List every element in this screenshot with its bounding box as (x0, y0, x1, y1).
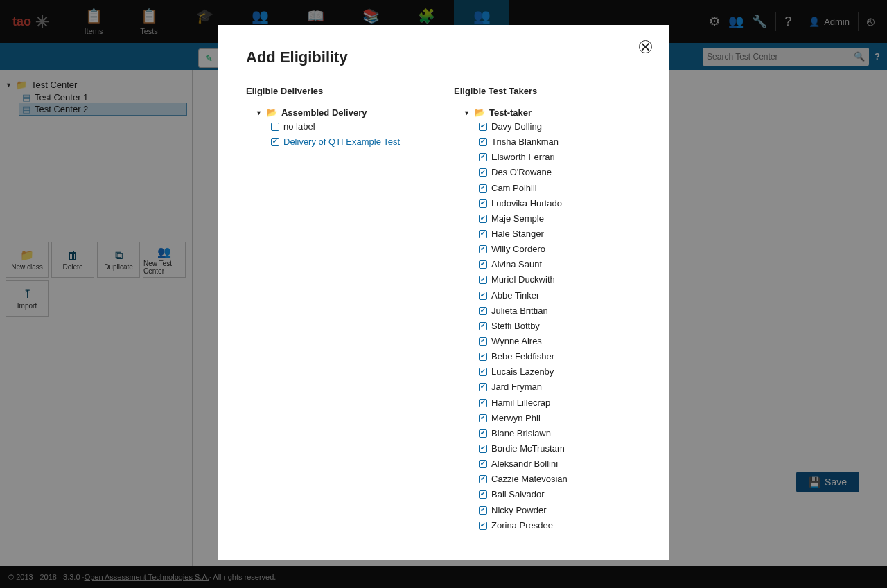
delivery-folder[interactable]: ▼ 📂 Assembled Delivery (256, 106, 433, 119)
checkbox[interactable] (479, 199, 487, 208)
testtaker-name: Lucais Lazenby (491, 365, 554, 379)
checkbox[interactable] (479, 276, 487, 284)
testtaker-item[interactable]: Alvina Saunt (454, 257, 637, 272)
testtaker-item[interactable]: Des O'Rowane (454, 165, 637, 180)
testtaker-item[interactable]: Merwyn Phil (454, 411, 637, 426)
testtaker-item[interactable]: Bebe Feldfisher (454, 349, 637, 364)
testtaker-item[interactable]: Abbe Tinker (454, 288, 637, 303)
checkbox[interactable] (479, 490, 487, 499)
checkbox[interactable] (479, 138, 487, 146)
testtaker-item[interactable]: Willy Cordero (454, 242, 637, 257)
testtaker-item[interactable]: Everett Lanceter (454, 533, 637, 535)
checkbox[interactable] (479, 153, 487, 161)
checkbox[interactable] (479, 215, 487, 223)
testtaker-item[interactable]: Nicky Powder (454, 503, 637, 518)
testtaker-name: Willy Cordero (491, 242, 545, 256)
testtaker-name: Bebe Feldfisher (491, 350, 554, 364)
checkbox[interactable] (479, 245, 487, 253)
testtaker-item[interactable]: Davy Dolling (454, 119, 637, 134)
testtaker-name: Everett Lanceter (491, 534, 557, 535)
testtaker-name: Trisha Blankman (491, 135, 559, 149)
testtaker-name: Wynne Aires (491, 335, 542, 348)
testtaker-item[interactable]: Muriel Duckwith (454, 272, 637, 287)
testtaker-name: Zorina Presdee (491, 519, 553, 533)
checkbox[interactable] (479, 475, 487, 483)
checkbox[interactable] (479, 307, 487, 315)
testtaker-item[interactable]: Ludovika Hurtado (454, 196, 637, 211)
delivery-folder-label: Assembled Delivery (281, 107, 367, 118)
checkbox[interactable] (479, 368, 487, 376)
testtaker-name: Hale Stanger (491, 227, 544, 241)
testtaker-name: Ludovika Hurtado (491, 197, 562, 211)
checkbox[interactable] (271, 123, 279, 131)
checkbox[interactable] (479, 337, 487, 346)
testtaker-item[interactable]: Aleksandr Bollini (454, 456, 637, 472)
testtaker-item[interactable]: Trisha Blankman (454, 134, 637, 150)
deliveries-column: Eligible Deliveries ▼ 📂 Assembled Delive… (246, 86, 433, 535)
testtaker-item[interactable]: Bordie McTrustam (454, 441, 637, 456)
checkbox[interactable] (271, 138, 279, 146)
testtaker-item[interactable]: Hamil Lillecrap (454, 395, 637, 411)
testtaker-name: Cazzie Matevosian (491, 472, 568, 486)
modal-title: Add Eligibility (246, 48, 641, 66)
testtaker-name: Aleksandr Bollini (491, 457, 558, 471)
checkbox[interactable] (479, 383, 487, 391)
testtaker-folder-label: Test-taker (489, 107, 532, 118)
testtaker-item[interactable]: Wynne Aires (454, 334, 637, 349)
testtaker-name: Hamil Lillecrap (491, 396, 550, 410)
add-eligibility-modal: ✕ Add Eligibility Eligible Deliveries ▼ … (218, 25, 669, 560)
testtaker-item[interactable]: Cam Polhill (454, 181, 637, 196)
testtaker-item[interactable]: Maje Semple (454, 211, 637, 226)
checkbox[interactable] (479, 399, 487, 407)
testtaker-item[interactable]: Bail Salvador (454, 487, 637, 502)
checkbox[interactable] (479, 292, 487, 300)
checkbox[interactable] (479, 353, 487, 361)
testtaker-item[interactable]: Lucais Lazenby (454, 364, 637, 380)
checkbox[interactable] (479, 123, 487, 131)
testtaker-item[interactable]: Steffi Bottby (454, 319, 637, 334)
testtaker-name: Muriel Duckwith (491, 273, 555, 287)
close-icon[interactable]: ✕ (639, 40, 652, 53)
testtaker-name: Blane Brislawn (491, 427, 551, 440)
folder-icon: 📂 (266, 107, 277, 118)
testtakers-column: Eligible Test Takers ▼ 📂 Test-taker Davy… (454, 86, 641, 535)
delivery-item[interactable]: no label (246, 119, 433, 134)
checkbox[interactable] (479, 460, 487, 468)
testtaker-name: Cam Polhill (491, 181, 537, 195)
deliveries-heading: Eligible Deliveries (246, 86, 433, 96)
checkbox[interactable] (479, 429, 487, 438)
testtaker-item[interactable]: Jard Fryman (454, 380, 637, 395)
testtaker-name: Davy Dolling (491, 120, 542, 134)
delivery-item-label: no label (283, 120, 315, 134)
checkbox[interactable] (479, 445, 487, 453)
testtakers-heading: Eligible Test Takers (454, 86, 641, 96)
checkbox[interactable] (479, 414, 487, 422)
testtaker-name: Maje Semple (491, 212, 544, 226)
testtaker-item[interactable]: Cazzie Matevosian (454, 472, 637, 487)
checkbox[interactable] (479, 322, 487, 330)
testtaker-name: Bordie McTrustam (491, 442, 565, 456)
testtaker-item[interactable]: Zorina Presdee (454, 518, 637, 533)
testtaker-item[interactable]: Blane Brislawn (454, 426, 637, 441)
chevron-down-icon: ▼ (464, 109, 470, 116)
testtaker-item[interactable]: Hale Stanger (454, 226, 637, 242)
testtaker-folder[interactable]: ▼ 📂 Test-taker (464, 106, 637, 119)
testtaker-name: Des O'Rowane (491, 166, 552, 179)
checkbox[interactable] (479, 522, 487, 530)
testtaker-name: Nicky Powder (491, 504, 546, 517)
checkbox[interactable] (479, 506, 487, 515)
testtaker-name: Elsworth Ferrari (491, 150, 555, 164)
checkbox[interactable] (479, 168, 487, 177)
checkbox[interactable] (479, 260, 487, 269)
modal-overlay: ✕ Add Eligibility Eligible Deliveries ▼ … (0, 0, 887, 588)
folder-icon: 📂 (474, 107, 485, 118)
checkbox[interactable] (479, 184, 487, 193)
checkbox[interactable] (479, 230, 487, 238)
delivery-item[interactable]: Delivery of QTI Example Test (246, 134, 433, 150)
testtaker-item[interactable]: Elsworth Ferrari (454, 150, 637, 165)
testtaker-name: Steffi Bottby (491, 319, 540, 333)
delivery-item-label: Delivery of QTI Example Test (283, 135, 400, 149)
testtaker-name: Bail Salvador (491, 488, 545, 501)
testtaker-item[interactable]: Julieta Brittian (454, 303, 637, 319)
testtaker-name: Jard Fryman (491, 380, 542, 394)
